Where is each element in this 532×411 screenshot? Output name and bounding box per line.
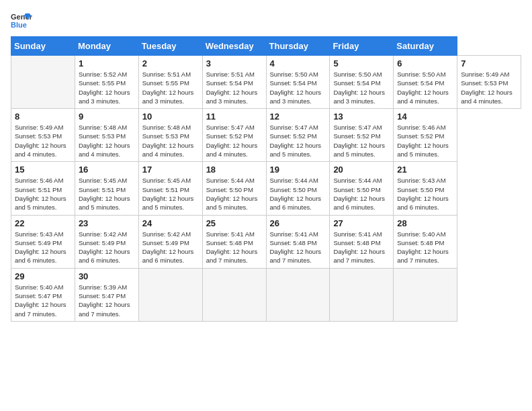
day-number: 23 — [79, 218, 135, 228]
day-cell: 20Sunrise: 5:44 AMSunset: 5:50 PMDayligh… — [330, 162, 394, 215]
cell-info: Sunrise: 5:51 AMSunset: 5:54 PMDaylight:… — [206, 71, 258, 105]
cell-info: Sunrise: 5:45 AMSunset: 5:51 PMDaylight:… — [142, 177, 194, 211]
day-cell: 4Sunrise: 5:50 AMSunset: 5:54 PMDaylight… — [266, 56, 330, 109]
day-cell: 6Sunrise: 5:50 AMSunset: 5:54 PMDaylight… — [394, 56, 457, 109]
cell-info: Sunrise: 5:42 AMSunset: 5:49 PMDaylight:… — [142, 230, 194, 265]
day-cell — [138, 268, 202, 321]
day-cell: 25Sunrise: 5:41 AMSunset: 5:48 PMDayligh… — [202, 215, 266, 268]
header-thursday: Thursday — [266, 37, 330, 56]
cell-info: Sunrise: 5:52 AMSunset: 5:55 PMDaylight:… — [79, 71, 130, 105]
week-row-5: 29Sunrise: 5:40 AMSunset: 5:47 PMDayligh… — [11, 268, 521, 321]
cell-info: Sunrise: 5:48 AMSunset: 5:53 PMDaylight:… — [79, 124, 130, 158]
day-number: 5 — [333, 58, 390, 68]
week-row-2: 8Sunrise: 5:49 AMSunset: 5:53 PMDaylight… — [11, 109, 521, 162]
cell-info: Sunrise: 5:46 AMSunset: 5:51 PMDaylight:… — [15, 177, 66, 211]
day-number: 11 — [206, 111, 263, 122]
day-cell: 19Sunrise: 5:44 AMSunset: 5:50 PMDayligh… — [266, 162, 330, 215]
day-number: 28 — [397, 218, 453, 228]
cell-info: Sunrise: 5:47 AMSunset: 5:52 PMDaylight:… — [333, 124, 385, 158]
cell-info: Sunrise: 5:40 AMSunset: 5:48 PMDaylight:… — [397, 230, 449, 265]
day-number: 17 — [142, 165, 199, 175]
day-number: 29 — [15, 271, 71, 281]
day-number: 6 — [397, 58, 453, 68]
cell-info: Sunrise: 5:41 AMSunset: 5:48 PMDaylight:… — [333, 230, 385, 265]
day-number: 16 — [79, 165, 135, 175]
day-cell: 13Sunrise: 5:47 AMSunset: 5:52 PMDayligh… — [330, 109, 394, 162]
day-number: 1 — [79, 58, 135, 68]
day-cell: 24Sunrise: 5:42 AMSunset: 5:49 PMDayligh… — [138, 215, 202, 268]
day-cell: 17Sunrise: 5:45 AMSunset: 5:51 PMDayligh… — [138, 162, 202, 215]
day-cell — [202, 268, 266, 321]
header-monday: Monday — [75, 37, 138, 56]
calendar-table: SundayMondayTuesdayWednesdayThursdayFrid… — [11, 36, 521, 322]
cell-info: Sunrise: 5:43 AMSunset: 5:49 PMDaylight:… — [15, 230, 66, 265]
cell-info: Sunrise: 5:51 AMSunset: 5:55 PMDaylight:… — [142, 71, 194, 105]
day-number: 15 — [15, 165, 71, 175]
cell-info: Sunrise: 5:44 AMSunset: 5:50 PMDaylight:… — [206, 177, 258, 211]
day-cell: 7Sunrise: 5:49 AMSunset: 5:53 PMDaylight… — [457, 56, 521, 109]
header-friday: Friday — [330, 37, 394, 56]
header-sunday: Sunday — [11, 37, 75, 56]
day-cell: 11Sunrise: 5:47 AMSunset: 5:52 PMDayligh… — [202, 109, 266, 162]
cell-info: Sunrise: 5:50 AMSunset: 5:54 PMDaylight:… — [397, 71, 449, 105]
cell-info: Sunrise: 5:39 AMSunset: 5:47 PMDaylight:… — [79, 283, 130, 318]
cell-info: Sunrise: 5:49 AMSunset: 5:53 PMDaylight:… — [461, 71, 513, 105]
day-number: 20 — [333, 165, 390, 175]
day-cell: 28Sunrise: 5:40 AMSunset: 5:48 PMDayligh… — [394, 215, 457, 268]
day-cell: 26Sunrise: 5:41 AMSunset: 5:48 PMDayligh… — [266, 215, 330, 268]
cell-info: Sunrise: 5:41 AMSunset: 5:48 PMDaylight:… — [206, 230, 258, 265]
header-saturday: Saturday — [394, 37, 457, 56]
week-row-1: 1Sunrise: 5:52 AMSunset: 5:55 PMDaylight… — [11, 56, 521, 109]
day-number: 4 — [270, 58, 326, 68]
day-number: 10 — [142, 111, 199, 122]
day-cell — [394, 268, 457, 321]
cell-info: Sunrise: 5:44 AMSunset: 5:50 PMDaylight:… — [333, 177, 385, 211]
day-cell: 14Sunrise: 5:46 AMSunset: 5:52 PMDayligh… — [394, 109, 457, 162]
day-cell — [11, 56, 75, 109]
day-number: 14 — [397, 111, 453, 122]
day-number: 12 — [270, 111, 326, 122]
day-number: 27 — [333, 218, 390, 228]
day-number: 2 — [142, 58, 199, 68]
cell-info: Sunrise: 5:44 AMSunset: 5:50 PMDaylight:… — [270, 177, 322, 211]
day-cell — [330, 268, 394, 321]
cell-info: Sunrise: 5:40 AMSunset: 5:47 PMDaylight:… — [15, 283, 66, 318]
day-number: 25 — [206, 218, 263, 228]
cell-info: Sunrise: 5:43 AMSunset: 5:50 PMDaylight:… — [397, 177, 449, 211]
cell-info: Sunrise: 5:41 AMSunset: 5:48 PMDaylight:… — [270, 230, 322, 265]
day-number: 8 — [15, 111, 71, 122]
day-cell: 8Sunrise: 5:49 AMSunset: 5:53 PMDaylight… — [11, 109, 75, 162]
day-cell: 15Sunrise: 5:46 AMSunset: 5:51 PMDayligh… — [11, 162, 75, 215]
cell-info: Sunrise: 5:47 AMSunset: 5:52 PMDaylight:… — [270, 124, 322, 158]
day-number: 19 — [270, 165, 326, 175]
svg-text:Blue: Blue — [11, 21, 27, 29]
day-cell: 18Sunrise: 5:44 AMSunset: 5:50 PMDayligh… — [202, 162, 266, 215]
day-number: 26 — [270, 218, 326, 228]
day-cell: 29Sunrise: 5:40 AMSunset: 5:47 PMDayligh… — [11, 268, 75, 321]
day-cell: 2Sunrise: 5:51 AMSunset: 5:55 PMDaylight… — [138, 56, 202, 109]
day-number: 7 — [461, 58, 517, 68]
week-row-4: 22Sunrise: 5:43 AMSunset: 5:49 PMDayligh… — [11, 215, 521, 268]
cell-info: Sunrise: 5:49 AMSunset: 5:53 PMDaylight:… — [15, 124, 66, 158]
day-cell: 22Sunrise: 5:43 AMSunset: 5:49 PMDayligh… — [11, 215, 75, 268]
cell-info: Sunrise: 5:48 AMSunset: 5:53 PMDaylight:… — [142, 124, 194, 158]
day-cell: 16Sunrise: 5:45 AMSunset: 5:51 PMDayligh… — [75, 162, 138, 215]
week-row-3: 15Sunrise: 5:46 AMSunset: 5:51 PMDayligh… — [11, 162, 521, 215]
cell-info: Sunrise: 5:50 AMSunset: 5:54 PMDaylight:… — [270, 71, 322, 105]
header-wednesday: Wednesday — [202, 37, 266, 56]
cell-info: Sunrise: 5:42 AMSunset: 5:49 PMDaylight:… — [79, 230, 130, 265]
header-tuesday: Tuesday — [138, 37, 202, 56]
day-cell: 23Sunrise: 5:42 AMSunset: 5:49 PMDayligh… — [75, 215, 138, 268]
day-cell — [266, 268, 330, 321]
day-number: 22 — [15, 218, 71, 228]
day-number: 30 — [79, 271, 135, 281]
cell-info: Sunrise: 5:45 AMSunset: 5:51 PMDaylight:… — [79, 177, 130, 211]
cell-info: Sunrise: 5:50 AMSunset: 5:54 PMDaylight:… — [333, 71, 385, 105]
page-header: General Blue — [11, 11, 521, 30]
cell-info: Sunrise: 5:47 AMSunset: 5:52 PMDaylight:… — [206, 124, 258, 158]
day-number: 9 — [79, 111, 135, 122]
day-cell: 21Sunrise: 5:43 AMSunset: 5:50 PMDayligh… — [394, 162, 457, 215]
day-cell: 27Sunrise: 5:41 AMSunset: 5:48 PMDayligh… — [330, 215, 394, 268]
cell-info: Sunrise: 5:46 AMSunset: 5:52 PMDaylight:… — [397, 124, 449, 158]
day-number: 21 — [397, 165, 453, 175]
